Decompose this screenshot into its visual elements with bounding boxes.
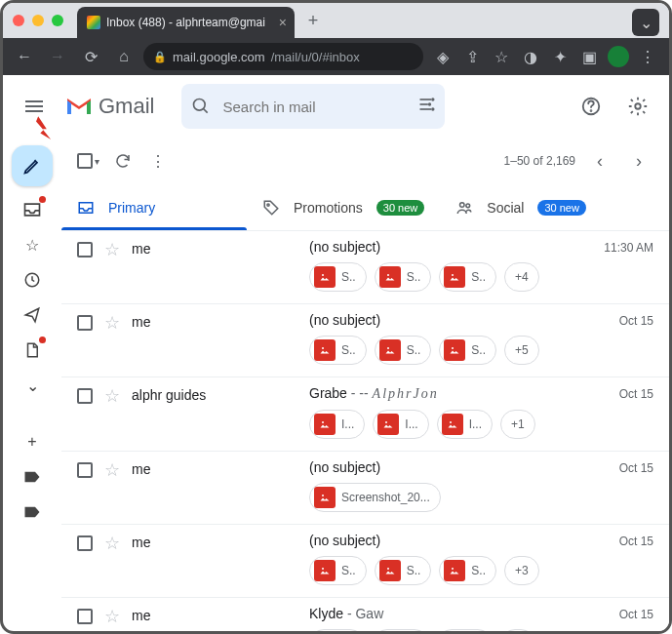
row-checkbox[interactable] — [77, 242, 93, 258]
browser-tab[interactable]: Inbox (488) - alphrteam@gmai × — [77, 7, 295, 38]
more-chip[interactable]: +3 — [500, 629, 535, 631]
attachment-chip[interactable]: I... — [309, 410, 365, 439]
svg-point-24 — [450, 421, 452, 423]
maximize-window[interactable] — [52, 15, 63, 26]
more-actions-button[interactable]: ⋮ — [146, 141, 170, 180]
attachment-chip[interactable]: S.. — [309, 336, 367, 365]
attachment-chip[interactable]: I... — [373, 410, 428, 439]
gmail-logo[interactable]: Gmail — [65, 94, 154, 119]
row-checkbox[interactable] — [77, 462, 93, 478]
chip-label: S.. — [471, 343, 486, 357]
more-chip[interactable]: +4 — [504, 262, 539, 292]
close-window[interactable] — [13, 15, 24, 26]
tab-social[interactable]: Social 30 new — [440, 184, 602, 230]
tab-primary[interactable]: Primary — [61, 184, 247, 230]
more-icon[interactable]: ⌄ — [20, 374, 44, 397]
timestamp: Oct 15 — [619, 533, 653, 585]
attachment-chip[interactable]: I... — [437, 629, 493, 631]
search-bar[interactable] — [181, 84, 445, 129]
star-icon[interactable]: ☆ — [104, 239, 120, 292]
back-button[interactable]: ← — [11, 43, 38, 70]
attachment-chip[interactable]: S.. — [439, 262, 496, 292]
more-chip[interactable]: +3 — [504, 556, 539, 585]
eye-icon[interactable]: ◈ — [429, 43, 456, 70]
tab-overflow-button[interactable]: ⌄ — [632, 9, 659, 36]
label-icon[interactable] — [20, 465, 44, 489]
attachment-chip[interactable]: S.. — [375, 262, 432, 292]
tab-promotions[interactable]: Promotions 30 new — [247, 184, 440, 230]
starred-icon[interactable]: ☆ — [20, 233, 44, 257]
new-tab-button[interactable]: + — [300, 8, 326, 33]
label-icon[interactable] — [20, 500, 44, 524]
more-chip[interactable]: +5 — [504, 336, 539, 365]
svg-point-25 — [322, 495, 324, 496]
attachment-chip[interactable]: Screenshot_20... — [309, 483, 441, 512]
message-row[interactable]: ☆me(no subject)Screenshot_20...Oct 15 — [61, 452, 669, 525]
gmail-header: Gmail — [3, 75, 669, 138]
svg-point-7 — [432, 107, 435, 110]
attachment-chip[interactable]: S.. — [375, 556, 432, 585]
newer-button[interactable]: ‹ — [585, 146, 614, 176]
close-tab-icon[interactable]: × — [279, 15, 287, 30]
support-button[interactable] — [572, 87, 611, 126]
inbox-icon[interactable] — [20, 198, 44, 221]
attachment-chip[interactable]: S.. — [439, 336, 496, 365]
row-checkbox[interactable] — [77, 388, 93, 404]
star-icon[interactable]: ☆ — [104, 606, 120, 631]
panel-icon[interactable]: ▣ — [575, 43, 603, 70]
row-body: (no subject)S..S..S..+5 — [309, 312, 608, 365]
row-checkbox[interactable] — [77, 609, 93, 624]
message-row[interactable]: ☆me(no subject)S..S..S..+3Oct 15 — [61, 525, 669, 598]
star-icon[interactable]: ☆ — [104, 459, 120, 512]
message-row[interactable]: ☆alphr guidesGrabe - -- AlphrJonI...I...… — [61, 377, 669, 452]
star-icon[interactable]: ☆ — [104, 533, 120, 585]
chip-label: S.. — [407, 343, 421, 357]
settings-button[interactable] — [618, 87, 657, 126]
attachment-chip[interactable]: I... — [373, 629, 428, 631]
home-button[interactable]: ⌂ — [110, 43, 138, 70]
svg-point-16 — [322, 274, 324, 276]
tab-badge: 30 new — [537, 200, 585, 216]
refresh-button[interactable] — [111, 141, 135, 180]
minimize-window[interactable] — [32, 15, 44, 26]
forward-button[interactable]: → — [44, 43, 71, 70]
snoozed-icon[interactable] — [20, 268, 44, 292]
compose-button[interactable] — [12, 145, 53, 186]
new-label-button[interactable]: + — [20, 430, 44, 454]
star-icon[interactable]: ☆ — [104, 385, 120, 439]
search-options-icon[interactable] — [417, 95, 437, 118]
gmail-m-icon — [65, 96, 93, 117]
subject-line: (no subject) — [309, 239, 592, 255]
address-bar[interactable]: 🔒 mail.google.com/mail/u/0/#inbox — [143, 43, 423, 70]
attachment-chip[interactable]: I... — [437, 410, 493, 439]
select-all[interactable]: ▾ — [77, 153, 99, 169]
sent-icon[interactable] — [20, 303, 44, 327]
drafts-icon[interactable] — [20, 338, 44, 362]
older-button[interactable]: › — [624, 146, 653, 176]
search-input[interactable] — [222, 99, 408, 115]
chip-label: S.. — [341, 343, 356, 357]
reload-button[interactable]: ⟳ — [77, 43, 104, 70]
mute-icon[interactable]: ◑ — [517, 43, 544, 70]
message-row[interactable]: ☆me(no subject)S..S..S..+411:30 AM — [61, 231, 669, 304]
row-checkbox[interactable] — [77, 315, 93, 331]
attachment-chip[interactable]: S.. — [439, 556, 496, 585]
share-icon[interactable]: ⇪ — [458, 43, 486, 70]
svg-point-5 — [432, 98, 435, 100]
extensions-icon[interactable]: ✦ — [546, 43, 573, 70]
main-menu-button[interactable] — [15, 87, 54, 126]
message-row[interactable]: ☆me(no subject)S..S..S..+5Oct 15 — [61, 304, 669, 377]
more-chip[interactable]: +1 — [500, 410, 535, 439]
subject-line: (no subject) — [309, 312, 608, 328]
attachment-chip[interactable]: I... — [309, 629, 365, 631]
attachment-chip[interactable]: S.. — [309, 556, 367, 585]
browser-menu-icon[interactable]: ⋮ — [634, 43, 661, 70]
attachment-chip[interactable]: S.. — [309, 262, 367, 292]
message-row[interactable]: ☆meKlyde - GawI...I...I...+3Oct 15 — [61, 598, 669, 631]
bookmark-icon[interactable]: ☆ — [488, 43, 515, 70]
star-icon[interactable]: ☆ — [104, 312, 120, 365]
checkbox-icon — [77, 153, 93, 169]
profile-avatar[interactable] — [605, 43, 632, 70]
row-checkbox[interactable] — [77, 535, 93, 551]
attachment-chip[interactable]: S.. — [375, 336, 432, 365]
